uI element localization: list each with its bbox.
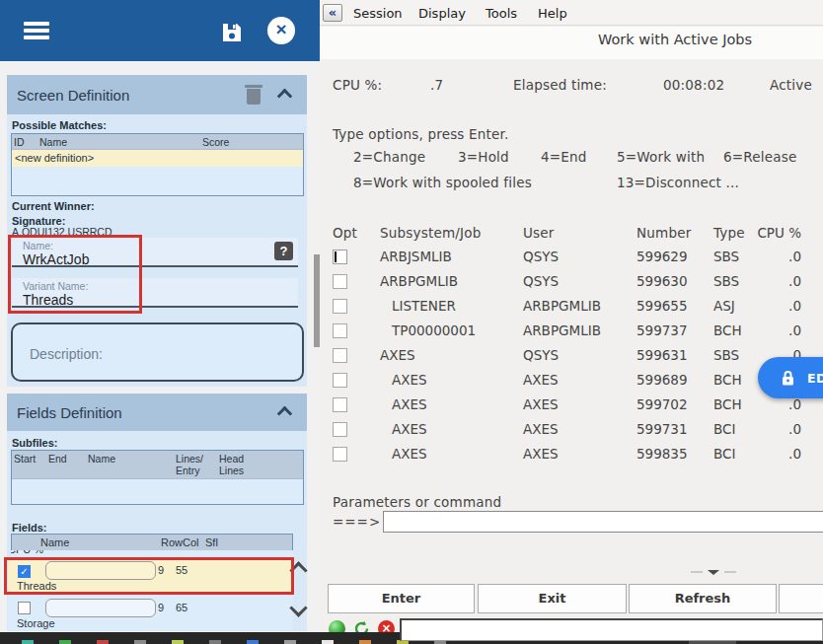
job-user: AXES: [523, 421, 559, 437]
menu-tools[interactable]: Tools: [486, 6, 517, 21]
clipped-field-label: CPU %: [11, 550, 43, 555]
job-number: 599689: [636, 372, 688, 388]
edit-button-label: ED: [807, 371, 823, 386]
terminal-panel: Work with Active Jobs « Session Display …: [320, 0, 823, 632]
job-row: ARBJSMLIBQSYS599629SBS.0: [320, 249, 823, 273]
exit-button[interactable]: Exit: [478, 584, 627, 613]
collapse-chevron-icon[interactable]: [279, 91, 290, 102]
collapse-chevron-icon[interactable]: [279, 408, 290, 419]
field-row-storage[interactable]: 9 65 Storage: [8, 594, 293, 630]
taskbar-icon[interactable]: [322, 640, 334, 644]
col-row: Row: [161, 537, 183, 548]
command-prompt: ===>: [333, 514, 381, 530]
current-winner-label: Current Winner:: [12, 200, 95, 212]
job-subsystem: LISTENER: [392, 298, 456, 314]
active-label: Active: [770, 77, 812, 93]
opt-checkbox[interactable]: [333, 274, 347, 289]
terminal-status-field[interactable]: [400, 618, 823, 641]
taskbar-icon[interactable]: [284, 640, 296, 644]
help-icon[interactable]: ?: [274, 242, 293, 260]
close-button[interactable]: ×: [267, 17, 295, 44]
command-input[interactable]: [383, 511, 823, 533]
menu-help[interactable]: Help: [538, 6, 567, 21]
name-field-value: WrkActJob: [12, 251, 298, 267]
taskbar-icon[interactable]: [22, 640, 34, 644]
subfiles-table: StartEndNameLines/EntryHeadLines: [11, 450, 304, 505]
possible-matches-table: ID Name Score <new definition>: [11, 133, 304, 196]
cutoff-button[interactable]: [779, 584, 823, 613]
col-field-name: Name: [40, 537, 69, 548]
job-cpu: .0: [744, 298, 813, 314]
match-row-new-definition[interactable]: <new definition>: [12, 150, 303, 167]
name-field-label: Name:: [12, 238, 298, 251]
type-options-prompt: Type options, press Enter.: [333, 126, 509, 142]
subfiles-label: Subfiles:: [12, 437, 57, 449]
option-item: 13=Disconnect ...: [617, 175, 739, 190]
refresh-button[interactable]: Refresh: [629, 584, 777, 613]
job-number: 599835: [636, 446, 688, 462]
field-checkbox-checked[interactable]: ✓: [18, 565, 31, 578]
taskbar-icon[interactable]: [134, 640, 146, 644]
enter-button[interactable]: Enter: [328, 584, 475, 613]
job-number: 599629: [636, 249, 688, 264]
opt-checkbox[interactable]: [333, 373, 347, 388]
subfiles-table-header: StartEndNameLines/EntryHeadLines: [12, 451, 303, 479]
trash-icon[interactable]: [244, 83, 263, 107]
name-field[interactable]: Name: WrkActJob: [12, 238, 298, 267]
fields-definition-title: Fields Definition: [7, 404, 122, 421]
job-cpu: .0: [744, 396, 813, 412]
taskbar-icon[interactable]: [359, 640, 371, 644]
option-item: 3=Hold: [458, 149, 509, 165]
job-type: SBS: [713, 273, 739, 289]
hamburger-menu-icon[interactable]: [24, 22, 49, 38]
col-score: Score: [202, 136, 229, 148]
job-user: AXES: [523, 372, 559, 388]
field-name-input[interactable]: [45, 599, 156, 617]
option-item: 5=Work with: [617, 149, 705, 165]
fields-definition-header[interactable]: Fields Definition: [7, 394, 307, 431]
designer-panel: × Screen Definition Possible Matches: ID…: [0, 0, 320, 632]
opt-checkbox[interactable]: [333, 422, 347, 437]
hdr-type: Type: [713, 225, 745, 241]
opt-checkbox[interactable]: [333, 299, 347, 314]
opt-checkbox[interactable]: [333, 348, 347, 363]
opt-checkbox[interactable]: [333, 397, 347, 412]
col-id: ID: [14, 136, 25, 148]
save-button[interactable]: [221, 22, 243, 43]
description-box[interactable]: Description:: [11, 322, 304, 382]
field-label: Threads: [17, 580, 56, 592]
field-checkbox-unchecked[interactable]: [18, 602, 31, 614]
variant-name-field[interactable]: Variant Name: Threads: [12, 278, 298, 308]
job-cpu: .0: [744, 322, 813, 338]
screen-title: Work with Active Jobs: [598, 32, 752, 47]
menu-session[interactable]: Session: [353, 6, 403, 21]
subfiles-col-header: HeadLines: [219, 453, 244, 477]
edit-lock-button[interactable]: ED: [758, 357, 823, 398]
option-item: 6=Release: [723, 149, 796, 165]
opt-checkbox[interactable]: [333, 250, 347, 264]
field-row-threads[interactable]: ✓ 9 55 Threads: [8, 558, 293, 594]
opt-checkbox[interactable]: [333, 323, 347, 338]
job-number: 599631: [636, 347, 688, 363]
collapse-panel-button[interactable]: «: [323, 4, 342, 22]
job-subsystem: AXES: [392, 421, 427, 437]
job-number: 599630: [636, 273, 688, 289]
taskbar-icon[interactable]: [172, 640, 184, 644]
taskbar-icon[interactable]: [209, 640, 221, 644]
field-col-num: 65: [176, 602, 187, 613]
job-type: BCH: [713, 322, 742, 338]
taskbar-icon[interactable]: [247, 640, 259, 644]
option-item: 2=Change: [353, 149, 425, 165]
taskbar-icon[interactable]: [59, 640, 71, 644]
terminal-title-area: Work with Active Jobs: [320, 27, 823, 59]
job-user: QSYS: [523, 347, 559, 363]
drawer-toggle[interactable]: [691, 568, 736, 577]
job-type: BCI: [713, 446, 735, 462]
fields-label: Fields:: [12, 522, 46, 534]
taskbar-icon[interactable]: [97, 640, 109, 644]
opt-checkbox[interactable]: [333, 447, 347, 462]
menu-display[interactable]: Display: [418, 6, 466, 21]
subfiles-col-header: Name: [88, 453, 115, 465]
field-name-input[interactable]: [45, 561, 156, 580]
job-subsystem: AXES: [392, 372, 427, 388]
